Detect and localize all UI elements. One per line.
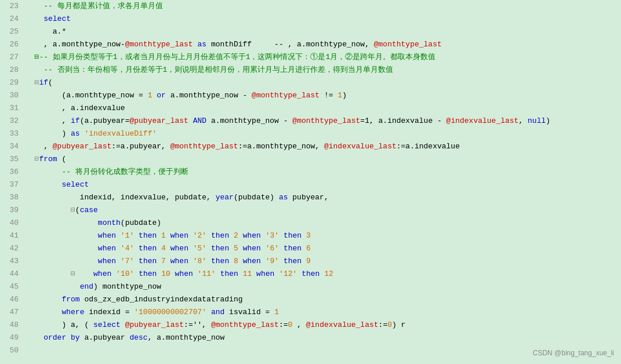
plain-token: (pubdate)	[121, 219, 161, 227]
fold-token: ⊟	[26, 270, 75, 278]
table-row: 40 month(pubdate)	[0, 217, 621, 230]
kw2-token: when	[98, 257, 116, 265]
comment-token: -- 将月份转化成数字类型，便于判断	[26, 168, 188, 176]
str-token: '5'	[193, 244, 206, 253]
line-content: ⊟from (	[23, 153, 621, 166]
plain-token	[134, 270, 139, 278]
plain-token	[261, 244, 266, 253]
num-token: 1	[274, 308, 279, 316]
plain-token	[206, 257, 211, 265]
plain-token: =1, a.indexvalue -	[360, 117, 446, 125]
line-content: when '4' then 4 when '5' then 5 when '6'…	[23, 242, 621, 255]
kw2-token: as	[279, 193, 288, 202]
kw2-token: then	[139, 270, 157, 278]
plain-token	[238, 270, 243, 278]
plain-token: isvalid =	[224, 308, 274, 316]
plain-token	[261, 231, 266, 240]
var-token: @indexvalue_last	[446, 117, 519, 125]
kw2-token: when	[170, 231, 188, 240]
line-number: 27	[0, 51, 23, 64]
table-row: 30 (a.monthtype_now = 1 or a.monthtype_n…	[0, 89, 621, 102]
kw2-token: then	[139, 257, 157, 265]
str-token: '10000000002707'	[134, 308, 206, 316]
num-token: 5	[234, 244, 238, 253]
plain-token	[206, 244, 211, 253]
num-token: 3	[306, 231, 311, 240]
kw2-token: then	[139, 244, 157, 253]
table-row: 47 where indexid = '10000000002707' and …	[0, 306, 621, 319]
kw2-token: when	[170, 257, 188, 265]
plain-token: ,	[518, 117, 528, 125]
kw2-token: year	[216, 193, 234, 202]
line-number: 38	[0, 191, 23, 204]
plain-token	[297, 270, 302, 278]
line-content: ⊟-- 如果月份类型等于1，或者当月月份与上月月份差值不等于1，这两种情况下：①…	[23, 51, 621, 64]
plain-token	[134, 231, 139, 240]
num-token: 11	[243, 270, 252, 278]
num-token: 4	[161, 244, 166, 253]
table-row: 38 indexid, indexvalue, pubdate, year(pu…	[0, 191, 621, 204]
line-content: -- 将月份转化成数字类型，便于判断	[23, 166, 621, 179]
table-row: 50	[0, 344, 621, 357]
plain-token	[26, 257, 98, 265]
line-content: ⊟ when '10' then 10 when '11' then 11 wh…	[23, 268, 621, 281]
plain-token: a.pubyear	[80, 333, 130, 342]
plain-token: (a.monthtype_now =	[26, 91, 148, 100]
plain-token	[26, 282, 80, 291]
plain-token: (	[48, 78, 53, 87]
line-number: 32	[0, 115, 23, 128]
num-token: 6	[306, 244, 311, 253]
line-content: , a.indexvalue	[23, 102, 621, 115]
table-row: 28 -- 否则当：年份相等，月份差等于1，则说明是相邻月份，用累计月与上月进行…	[0, 64, 621, 77]
plain-token	[170, 270, 175, 278]
line-number: 49	[0, 332, 23, 344]
plain-token	[75, 270, 93, 278]
plain-token: :=	[379, 321, 388, 329]
line-number: 34	[0, 140, 23, 153]
plain-token	[116, 257, 121, 265]
kw2-token: as	[197, 40, 206, 49]
line-content	[23, 344, 621, 357]
num-token: 1	[337, 91, 342, 100]
plain-token: ) monthtype_now	[93, 282, 161, 291]
plain-token	[116, 231, 121, 240]
plain-token: , a.monthtype_now	[148, 333, 225, 342]
table-row: 44 ⊟ when '10' then 10 when '11' then 11…	[0, 268, 621, 281]
line-number: 25	[0, 26, 23, 38]
num-token: 2	[234, 231, 238, 240]
line-number: 26	[0, 38, 23, 51]
plain-token	[157, 231, 161, 240]
line-number: 40	[0, 217, 23, 230]
kw2-token: null	[528, 117, 546, 125]
plain-token	[26, 346, 43, 355]
kw2-token: when	[170, 244, 188, 253]
plain-token	[26, 308, 61, 316]
line-number: 23	[0, 0, 23, 13]
str-token: '1'	[121, 231, 134, 240]
plain-token	[26, 333, 43, 342]
plain-token	[193, 270, 198, 278]
line-number: 45	[0, 281, 23, 293]
plain-token: monthDiff -- , a.monthtype_now,	[206, 40, 374, 49]
var-token: @monthtype_last	[125, 40, 193, 49]
line-content: a.*	[23, 26, 621, 38]
table-row: 49 order by a.pubyear desc, a.monthtype_…	[0, 332, 621, 344]
line-number: 36	[0, 166, 23, 179]
plain-token: :=	[279, 321, 288, 329]
watermark: CSDN @bing_tang_xue_li	[533, 347, 614, 359]
kw2-token: when	[243, 231, 261, 240]
line-number: 42	[0, 242, 23, 255]
table-row: 41 when '1' then 1 when '2' then 2 when …	[0, 230, 621, 242]
kw2-token: then	[139, 231, 157, 240]
line-content: select	[23, 13, 621, 26]
line-content: ) a, ( select @pubyear_last:='', @montht…	[23, 319, 621, 332]
plain-token	[157, 257, 161, 265]
plain-token: (a.pubyear=	[80, 117, 130, 125]
str-token: '8'	[193, 257, 206, 265]
str-token: '6'	[266, 244, 279, 253]
str-token: '11'	[198, 270, 216, 278]
str-token: '12'	[279, 270, 297, 278]
line-content: when '1' then 1 when '2' then 2 when '3'…	[23, 230, 621, 242]
plain-token: (pubdate)	[234, 193, 279, 202]
plain-token: :=a.monthtype_now,	[238, 142, 324, 151]
